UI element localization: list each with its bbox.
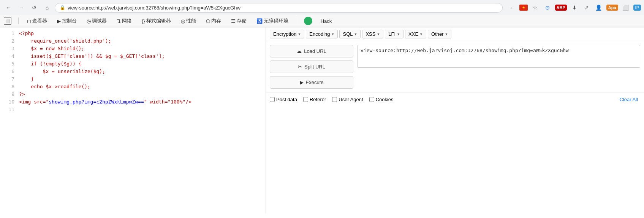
code-line-8: 8 echo $x->readfile(); <box>0 83 266 91</box>
clear-all-button[interactable]: Clear All <box>617 96 640 103</box>
devtools-tab-storage[interactable]: ☰ 存储 <box>229 17 248 25</box>
post-data-checkbox[interactable] <box>270 97 275 102</box>
menu-lfi[interactable]: LFI ▼ <box>385 30 403 38</box>
adblock-badge[interactable]: ABP <box>555 5 567 11</box>
code-panel: 1 <?php 2 require_once('shield.php'); 3 … <box>0 27 266 213</box>
address-bar[interactable]: 🔒 view-source:http://web.jarvisoj.com:32… <box>55 3 503 13</box>
cookies-checkbox-label[interactable]: Cookies <box>369 97 394 102</box>
code-line-7: 7 } <box>0 75 266 83</box>
devtools-tab-accessibility[interactable]: ♿ 无障碍环境 <box>255 17 290 25</box>
hack-label[interactable]: Hack <box>319 18 334 25</box>
devtools-tab-style-editor[interactable]: {} 样式编辑器 <box>140 17 172 25</box>
execute-button[interactable]: ▶ Execute <box>270 76 353 89</box>
accessibility-icon: ♿ <box>256 18 263 24</box>
devtools-tab-console[interactable]: ▶ 控制台 <box>55 17 78 25</box>
home-button[interactable]: ⌂ <box>42 2 52 13</box>
hackbar-url-input[interactable] <box>357 45 640 68</box>
menu-xxe[interactable]: XXE ▼ <box>405 30 426 38</box>
chevron-down-icon: ▼ <box>331 32 335 36</box>
code-line-5: 5 if (!empty($g)) { <box>0 60 266 68</box>
refresh-button[interactable]: ↺ <box>29 2 40 13</box>
chevron-down-icon: ▼ <box>397 32 400 36</box>
apa-badge[interactable]: Apa <box>606 5 618 11</box>
load-url-button[interactable]: ☁ Load URL <box>270 45 353 57</box>
code-line-2: 2 require_once('shield.php'); <box>0 37 266 45</box>
post-data-checkbox-label[interactable]: Post data <box>270 97 297 102</box>
devtools-tab-performance[interactable]: ◎ 性能 <box>179 17 198 25</box>
right-panel: Encryption ▼ Encoding ▼ SQL ▼ XSS ▼ LFI … <box>266 27 644 213</box>
star-icon[interactable]: ☆ <box>531 3 540 12</box>
back-button[interactable]: ← <box>3 2 14 13</box>
chevron-down-icon: ▼ <box>297 32 301 36</box>
inspector-icon: ◻ <box>27 18 31 24</box>
code-line-3: 3 $x = new Shield(); <box>0 45 266 53</box>
img-src-link[interactable]: showimg.php?img=c2hpZWxkLmpwZw== <box>49 98 144 106</box>
inspect-icon[interactable]: ⬜ <box>4 17 11 25</box>
action-buttons: ☁ Load URL ✂ Split URL ▶ Execute <box>270 45 353 89</box>
devtools-tab-debugger[interactable]: ◷ 调试器 <box>85 17 108 25</box>
checkboxes-area: Post data Referer User Agent Cookies Cle… <box>266 92 644 106</box>
actions-area: ☁ Load URL ✂ Split URL ▶ Execute <box>266 41 644 92</box>
menu-encryption[interactable]: Encryption ▼ <box>270 30 304 38</box>
main-area: 1 <?php 2 require_once('shield.php'); 3 … <box>0 27 644 213</box>
code-line-9: 9 ?> <box>0 91 266 98</box>
referer-checkbox-label[interactable]: Referer <box>303 97 326 102</box>
code-line-1: 1 <?php <box>0 30 266 37</box>
url-area <box>357 45 640 89</box>
browser-chrome: ← → ↺ ⌂ 🔒 view-source:http://web.jarviso… <box>0 0 644 27</box>
forward-button[interactable]: → <box>16 2 27 13</box>
url-input[interactable]: view-source:http://web.jarvisoj.com:3276… <box>68 5 498 11</box>
code-line-6: 6 $x = unserialize($g); <box>0 68 266 75</box>
menu-sql[interactable]: SQL ▼ <box>339 30 361 38</box>
devtools-tab-network[interactable]: ⇅ 网络 <box>115 17 133 25</box>
nav-bar: ← → ↺ ⌂ 🔒 view-source:http://web.jarviso… <box>0 0 644 15</box>
more-icon[interactable]: ··· <box>507 3 516 12</box>
chevron-down-icon: ▼ <box>445 32 448 36</box>
menu-encoding[interactable]: Encoding ▼ <box>306 30 338 38</box>
console-icon: ▶ <box>57 18 61 24</box>
user-agent-checkbox[interactable] <box>332 97 337 102</box>
performance-icon: ◎ <box>181 18 185 24</box>
hackbar-menu: Encryption ▼ Encoding ▼ SQL ▼ XSS ▼ LFI … <box>266 27 644 41</box>
devtools-bar: ⬜ ◻ 查看器 ▶ 控制台 ◷ 调试器 ⇅ 网络 {} 样式编辑器 ◎ 性能 ⬡… <box>0 15 644 27</box>
share-icon[interactable]: ↗ <box>582 3 591 12</box>
devtools-tab-inspector[interactable]: ◻ 查看器 <box>25 17 49 25</box>
ip-badge[interactable]: IP <box>633 5 641 11</box>
code-line-10: 10 <img src="showimg.php?img=c2hpZWxkLmp… <box>0 98 266 106</box>
page-secure-icon: 🔒 <box>60 5 65 10</box>
code-line-11: 11 <box>0 106 266 113</box>
toolbar-icons: ··· ★ ☆ ⊙ ABP ⬇ ↗ 👤 Apa ⬜ IP <box>507 3 641 12</box>
avatar <box>304 17 312 25</box>
window-icon[interactable]: ⬜ <box>621 3 630 12</box>
person-icon[interactable]: 👤 <box>594 3 603 12</box>
user-agent-checkbox-label[interactable]: User Agent <box>332 97 363 102</box>
referer-checkbox[interactable] <box>303 97 308 102</box>
menu-other[interactable]: Other ▼ <box>428 30 451 38</box>
play-circle-icon: ▶ <box>300 80 304 85</box>
chevron-down-icon: ▼ <box>419 32 423 36</box>
chevron-down-icon: ▼ <box>354 32 358 36</box>
circle-icon[interactable]: ⊙ <box>543 3 552 12</box>
cloud-upload-icon: ☁ <box>297 48 302 54</box>
code-line-4: 4 isset($_GET['class']) && $g = $_GET['c… <box>0 53 266 60</box>
memory-icon: ⬡ <box>206 18 210 24</box>
cn-flag-icon[interactable]: ★ <box>519 5 528 11</box>
scissors-icon: ✂ <box>298 64 302 70</box>
separator2 <box>297 18 297 24</box>
separator <box>18 18 19 24</box>
debugger-icon: ◷ <box>87 18 91 24</box>
chevron-down-icon: ▼ <box>377 32 380 36</box>
split-url-button[interactable]: ✂ Split URL <box>270 60 353 73</box>
cookies-checkbox[interactable] <box>369 97 374 102</box>
storage-icon: ☰ <box>231 18 236 24</box>
devtools-tab-memory[interactable]: ⬡ 内存 <box>204 17 223 25</box>
menu-xss[interactable]: XSS ▼ <box>362 30 383 38</box>
network-icon: ⇅ <box>117 18 121 24</box>
download-icon[interactable]: ⬇ <box>570 3 579 12</box>
style-icon: {} <box>142 18 145 24</box>
